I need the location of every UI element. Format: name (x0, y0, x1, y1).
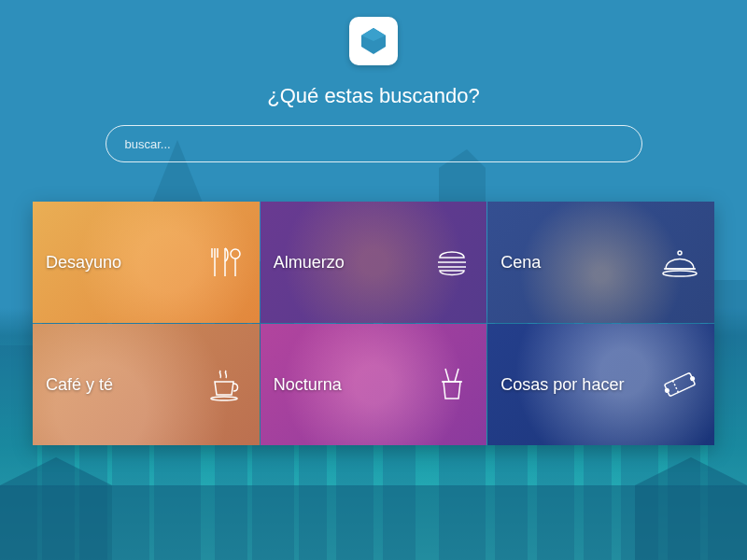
category-label: Cena (500, 253, 541, 273)
search-input[interactable] (106, 125, 642, 162)
ice-bucket-icon (430, 363, 473, 406)
category-tile-cena[interactable]: Cena (487, 202, 714, 323)
svg-point-40 (664, 387, 670, 394)
category-label: Café y té (46, 375, 113, 395)
category-tile-desayuno[interactable]: Desayuno (33, 202, 260, 323)
svg-point-33 (678, 251, 682, 255)
app-logo[interactable] (349, 17, 398, 65)
svg-marker-19 (0, 457, 112, 560)
burger-icon (430, 241, 473, 284)
category-tile-cafe-y-te[interactable]: Café y té (33, 324, 260, 445)
svg-rect-0 (0, 345, 37, 560)
svg-rect-39 (664, 372, 695, 396)
svg-line-42 (673, 381, 679, 393)
category-label: Desayuno (46, 253, 121, 273)
utensils-icon (204, 241, 247, 284)
cloche-icon (658, 241, 701, 284)
category-tile-nocturna[interactable]: Nocturna (261, 324, 487, 445)
category-label: Nocturna (274, 375, 342, 395)
category-label: Cosas por hacer (500, 375, 624, 395)
category-label: Almuerzo (274, 253, 345, 273)
svg-line-38 (455, 369, 458, 382)
svg-marker-20 (635, 457, 747, 560)
category-grid: Desayuno Almuerzo Cena Café y té (33, 202, 714, 445)
ticket-icon (658, 363, 701, 406)
category-tile-cosas-por-hacer[interactable]: Cosas por hacer (487, 324, 714, 445)
category-tile-almuerzo[interactable]: Almuerzo (261, 202, 487, 323)
svg-line-37 (445, 369, 449, 382)
svg-point-35 (211, 397, 237, 400)
svg-point-34 (663, 271, 697, 276)
coffee-cup-icon (204, 363, 247, 406)
svg-point-41 (689, 375, 696, 382)
svg-rect-21 (0, 485, 747, 560)
svg-point-28 (231, 249, 240, 259)
page-heading: ¿Qué estas buscando? (0, 84, 747, 108)
logo-glyph-icon (358, 25, 389, 57)
